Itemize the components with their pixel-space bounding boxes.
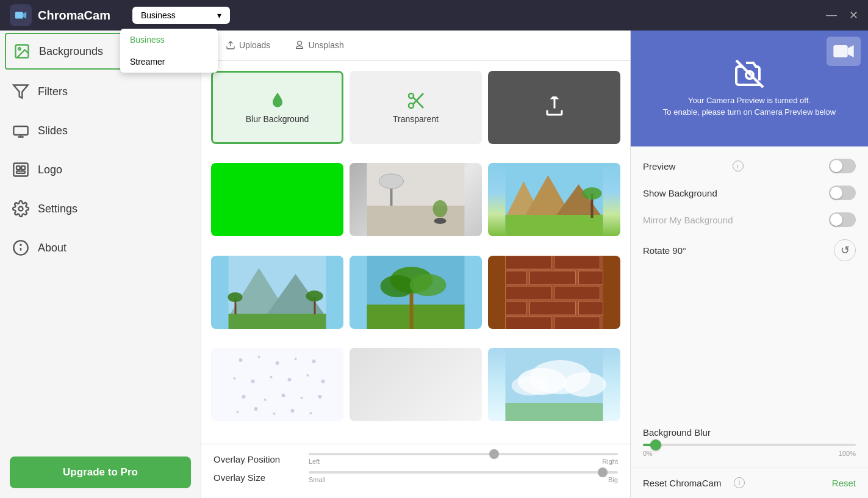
overlay-size-right: Big [608,476,618,483]
image-icon [13,43,30,60]
svg-rect-48 [554,256,600,269]
overlay-position-slider-container: Left Right [309,453,618,465]
bg-room[interactable] [350,163,482,236]
category-dropdown[interactable]: Business ▾ [132,7,230,24]
preview-logo [827,37,861,66]
sidebar-item-slides[interactable]: Slides [0,111,201,150]
svg-rect-22 [390,189,393,206]
blur-slider-track [643,444,856,446]
mirror-label: Mirror My Background [643,215,736,225]
transparent-label: Transparent [393,114,439,124]
rotate-button[interactable]: ↺ [834,239,856,261]
svg-point-76 [237,411,239,413]
reset-row: Reset ChromaCam i Reset [631,467,868,498]
blur-slider-thumb[interactable] [650,439,661,450]
info-icon [12,239,29,256]
minimize-button[interactable]: — [826,9,837,22]
app-title: ChromaCam [38,9,110,23]
tab-uploads[interactable]: Uploads [213,32,282,60]
room-bg-svg [350,163,482,236]
app-logo-icon [10,4,32,26]
reset-info-icon[interactable]: i [734,477,745,488]
right-panel: Your Camera Preview is turned off. To en… [630,31,868,498]
svg-marker-1 [23,12,26,19]
svg-point-61 [258,356,260,358]
svg-rect-20 [367,206,465,236]
window-controls: — ✕ [826,9,858,22]
preview-info-icon[interactable]: i [733,161,744,171]
dropdown-menu: Business Streamer [120,29,218,73]
svg-point-45 [410,274,447,296]
svg-rect-6 [13,164,27,176]
svg-marker-88 [848,45,854,57]
tabs-bar: Uploads Unsplash [201,31,630,61]
svg-rect-47 [506,256,551,269]
bg-palms1[interactable] [350,256,482,329]
logo-svg [14,9,27,22]
scissors-icon [406,91,426,110]
tab-unsplash[interactable]: Unsplash [282,32,356,60]
svg-point-64 [312,359,316,363]
dropdown-item-business[interactable]: Business [120,29,218,51]
overlay-size-row: Overlay Size Small Big [213,471,618,483]
overlay-size-thumb[interactable] [598,467,608,477]
close-button[interactable]: ✕ [849,9,858,22]
preview-row: Preview i [643,159,856,173]
bg-upload[interactable] [488,71,620,144]
svg-rect-59 [229,348,326,421]
mirror-toggle[interactable] [829,212,856,227]
bg-sky[interactable] [488,348,620,421]
sidebar-label-logo: Logo [38,164,62,176]
dropdown-item-streamer[interactable]: Streamer [120,51,218,73]
overlay-position-track [309,453,618,455]
filter-icon [12,83,29,100]
preview-logo-icon [831,39,856,63]
svg-point-72 [264,399,267,401]
svg-point-23 [434,218,447,224]
bg-nature[interactable] [488,163,620,236]
preview-toggle[interactable] [829,159,856,173]
bg-dots[interactable] [211,348,343,421]
camera-preview: Your Camera Preview is turned off. To en… [631,31,868,146]
upload-icon [226,40,235,50]
sidebar-item-filters[interactable]: Filters [0,72,201,111]
svg-rect-56 [579,301,603,315]
blur-bg-label: Blur Background [246,114,309,124]
brick-svg [488,256,620,329]
svg-rect-52 [506,286,551,300]
svg-point-66 [251,380,255,383]
svg-marker-4 [13,85,27,98]
preview-toggle-knob [830,160,842,172]
reset-button[interactable]: Reset [832,478,856,488]
sidebar-label-backgrounds: Backgrounds [39,45,103,58]
bg-transparent[interactable]: Transparent [350,71,482,144]
sidebar-label-about: About [38,242,66,254]
bg-mountains[interactable] [211,256,343,329]
titlebar: ChromaCam Business ▾ Business Streamer —… [0,0,868,31]
bg-green[interactable] [211,163,343,236]
bg-white[interactable] [350,348,482,421]
show-background-toggle[interactable] [829,186,856,200]
blur-drop-icon [268,91,287,110]
svg-point-77 [254,407,258,411]
svg-point-31 [583,187,602,200]
svg-point-71 [242,395,246,399]
svg-point-80 [310,412,312,414]
bg-blur[interactable]: Blur Background [211,71,343,144]
svg-point-75 [318,395,322,399]
svg-point-37 [228,292,243,302]
dots-svg [211,348,343,421]
palms-svg [350,256,482,329]
mirror-toggle-knob [830,214,842,226]
svg-rect-50 [530,271,576,284]
svg-rect-9 [16,171,25,173]
background-grid: Blur Background Transparent [201,61,630,444]
overlay-position-right: Right [602,458,618,465]
bg-brick[interactable] [488,256,620,329]
upgrade-button[interactable]: Upgrade to Pro [10,457,191,488]
sidebar-item-about[interactable]: About [0,228,201,267]
sidebar-item-settings[interactable]: Settings [0,189,201,228]
sidebar-item-logo[interactable]: Logo [0,150,201,189]
overlay-position-thumb[interactable] [489,449,499,459]
chevron-down-icon: ▾ [217,10,221,20]
